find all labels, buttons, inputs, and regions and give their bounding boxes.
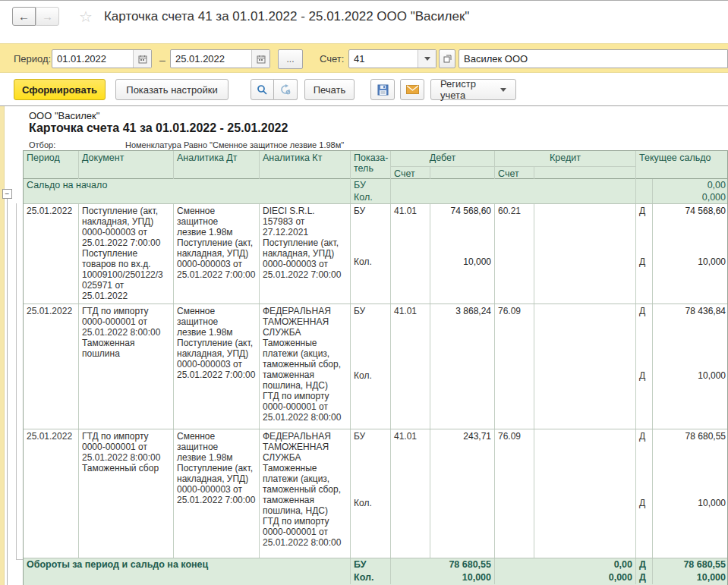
group-bracket-elbow [16, 559, 23, 560]
header-debit-amount [430, 166, 495, 179]
report-left-margin [0, 106, 5, 585]
organization-input[interactable] [459, 50, 727, 68]
cell-period[interactable]: 25.01.2022 [24, 304, 79, 429]
calendar-icon [138, 55, 147, 64]
search-button[interactable] [251, 79, 274, 100]
cell-credit-account[interactable]: 76.09 [495, 429, 534, 558]
date-from-calendar-button[interactable] [133, 50, 151, 68]
header-credit-amount [534, 166, 636, 179]
register-menu-button[interactable]: Регистр учета [430, 79, 516, 100]
cell-analytics-dt[interactable]: Сменное защитное лезвие 1.98м Поступлени… [174, 304, 260, 429]
cell-analytics-kt[interactable]: ФЕДЕРАЛЬНАЯ ТАМОЖЕННАЯ СЛУЖБА Таможенные… [260, 429, 351, 558]
register-menu-label: Регистр учета [440, 78, 495, 101]
totals-saldo-letter-bu: Д [636, 558, 653, 571]
report-filter-label: Отбор: [29, 140, 55, 149]
cell-debit-account[interactable]: 41.01 [391, 429, 430, 558]
totals-saldo-bu[interactable]: 78 680,55 [653, 558, 728, 571]
cell-debit-amount[interactable]: 3 868,24 [430, 304, 495, 429]
totals-label: Обороты за период и сальдо на конец [24, 558, 351, 571]
header-analytics-kt: Аналитика Кт [260, 151, 351, 179]
cell-credit-account[interactable]: 76.09 [495, 304, 534, 429]
cell-saldo-amount[interactable]: 78 436,84 10,000 [653, 304, 728, 429]
cell-credit-amount[interactable] [534, 304, 636, 429]
header-indicator: Показа- тель [351, 151, 391, 179]
cell-saldo-letter: Д Д [636, 204, 653, 304]
totals-saldo-kol[interactable]: 10,000 [653, 571, 728, 584]
totals-row[interactable]: Обороты за период и сальдо на конец БУ К… [24, 558, 727, 585]
generate-button[interactable]: Сформировать [14, 79, 106, 100]
floppy-disk-icon [377, 84, 389, 96]
totals-saldo-letter-kol: Д [636, 571, 653, 584]
opening-saldo-kol[interactable]: 0,000 [653, 191, 728, 203]
date-range-dash: – [159, 54, 165, 66]
window-top-border [0, 0, 728, 1]
cell-saldo-amount[interactable]: 78 680,55 10,000 [653, 429, 728, 558]
table-row[interactable]: 25.01.2022 ГТД по импорту 0000-000001 от… [24, 429, 727, 558]
opening-label: Сальдо на начало [24, 179, 351, 191]
cell-debit-account[interactable]: 41.01 [391, 204, 430, 304]
cell-saldo-letter: Д Д [636, 429, 653, 558]
print-button[interactable]: Печать [304, 79, 355, 100]
totals-credit-bu[interactable]: 0,00 [495, 558, 636, 571]
period-label: Период: [14, 53, 51, 64]
date-to-calendar-button[interactable] [251, 50, 269, 68]
cell-document[interactable]: ГТД по импорту 0000-000001 от 25.01.2022… [79, 304, 174, 429]
account-input[interactable] [349, 50, 418, 68]
period-more-button[interactable]: ... [278, 49, 303, 69]
forward-button[interactable]: → [36, 7, 59, 26]
totals-credit-kol[interactable]: 0,000 [495, 571, 636, 584]
cell-credit-account[interactable]: 60.21 [495, 204, 534, 304]
cell-period[interactable]: 25.01.2022 [24, 204, 79, 304]
group-bracket-line [16, 203, 17, 560]
header-period: Период [24, 151, 79, 179]
cell-analytics-dt[interactable]: Сменное защитное лезвие 1.98м Поступлени… [174, 204, 260, 304]
report-filter-value: Номенклатура Равно "Сменное защитное лез… [125, 140, 344, 149]
back-button[interactable]: ← [12, 7, 36, 26]
save-button[interactable] [370, 79, 395, 100]
header-credit: Кредит [495, 151, 636, 166]
search-next-button[interactable] [274, 79, 298, 100]
cell-credit-amount[interactable] [534, 429, 636, 558]
table-header-row: Период Документ Аналитика Дт Аналитика К… [24, 151, 727, 179]
report-organization: ООО "Василек" [29, 110, 99, 121]
totals-debit-kol[interactable]: 10,000 [391, 571, 495, 584]
calendar-icon [257, 55, 266, 64]
account-dropdown-button[interactable] [418, 50, 436, 68]
header-saldo: Текущее сальдо [636, 151, 728, 179]
group-bracket-line [7, 198, 8, 585]
account-open-button[interactable] [439, 49, 455, 68]
totals-indicator-kol: Кол. [351, 571, 391, 584]
cell-document[interactable]: ГТД по импорту 0000-000001 от 25.01.2022… [79, 429, 174, 558]
cell-analytics-kt[interactable]: ФЕДЕРАЛЬНАЯ ТАМОЖЕННАЯ СЛУЖБА Таможенные… [260, 304, 351, 429]
totals-debit-bu[interactable]: 78 680,55 [391, 558, 495, 571]
opening-balance-row[interactable]: Сальдо на начало БУ Кол. 0,00 0,000 [24, 179, 727, 204]
favorite-star-icon[interactable]: ☆ [79, 9, 93, 24]
cell-analytics-kt[interactable]: DIECI S.R.L. 157983 от 27.12.2021 Поступ… [260, 204, 351, 304]
cell-debit-account[interactable]: 41.01 [391, 304, 430, 429]
date-from-field [52, 49, 152, 68]
cell-period[interactable]: 25.01.2022 [24, 429, 79, 558]
collapse-group-button[interactable]: − [2, 189, 12, 199]
cell-debit-amount[interactable]: 243,71 [430, 429, 495, 558]
table-row[interactable]: 25.01.2022 Поступление (акт, накладная, … [24, 204, 727, 304]
table-row[interactable]: 25.01.2022 ГТД по импорту 0000-000001 от… [24, 304, 727, 429]
cell-credit-amount[interactable] [534, 204, 636, 304]
cell-saldo-amount[interactable]: 74 568,60 10,000 [653, 204, 728, 304]
report-table: Период Документ Аналитика Дт Аналитика К… [23, 150, 728, 585]
account-field [348, 49, 436, 68]
totals-indicator-bu: БУ [351, 558, 391, 571]
date-to-input[interactable] [171, 50, 251, 68]
forward-arrow-icon: → [42, 10, 53, 23]
account-label: Счет: [320, 53, 344, 64]
opening-saldo-bu[interactable]: 0,00 [653, 179, 728, 191]
filter-panel: Период: – ... Счет: [0, 43, 728, 73]
show-settings-button[interactable]: Показать настройки [115, 79, 228, 100]
cell-debit-amount[interactable]: 74 568,60 10,000 [430, 204, 495, 304]
date-to-field [170, 49, 270, 68]
cell-analytics-dt[interactable]: Сменное защитное лезвие 1.98м Поступлени… [174, 429, 260, 558]
date-from-input[interactable] [52, 50, 133, 68]
email-button[interactable] [400, 79, 424, 100]
cell-document[interactable]: Поступление (акт, накладная, УПД) 0000-0… [79, 204, 174, 304]
cell-indicator: БУ Кол. [351, 304, 391, 429]
nav-bar: ← → ☆ Карточка счета 41 за 01.01.2022 - … [12, 7, 469, 26]
